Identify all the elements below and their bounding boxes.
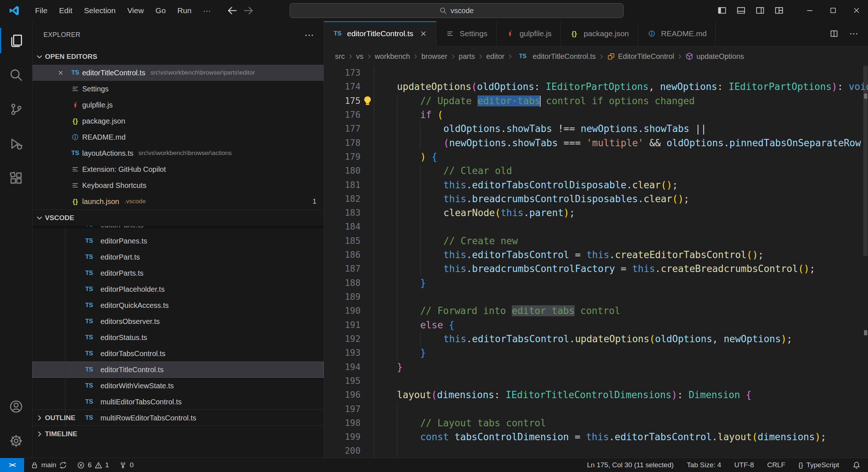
tree-item[interactable]: TSeditorParts.ts (33, 265, 324, 281)
close-editor-button[interactable] (53, 65, 68, 81)
tab-gulpfile-js[interactable]: gulpfile.js (496, 21, 561, 46)
breadcrumb-item[interactable]: src (335, 52, 345, 61)
tree-item-partial[interactable]: TSeditorPane.ts (33, 226, 324, 233)
breadcrumb-separator-icon (598, 53, 605, 60)
activity-bar (0, 21, 33, 458)
search-icon (9, 68, 23, 82)
open-editor-item[interactable]: TSeditorTitleControl.tssrc\vs\workbench\… (33, 65, 324, 81)
forwarded-ports-count: 0 (130, 461, 134, 469)
activity-item-accounts[interactable] (0, 389, 32, 424)
command-center-search[interactable]: vscode (290, 3, 624, 18)
split-editor-icon[interactable] (830, 29, 838, 38)
code-line: 181this.editorTabsControlDisposable.clea… (324, 178, 868, 192)
open-editor-item[interactable]: TSlayoutActions.tssrc\vs\workbench\brows… (33, 145, 324, 161)
open-editor-item[interactable]: {}launch.json.vscode1 (33, 193, 324, 209)
status-eol[interactable]: CRLF (767, 461, 785, 469)
remote-indicator[interactable]: >< (0, 458, 24, 472)
close-tab-icon[interactable] (419, 30, 427, 38)
indent-guide (374, 192, 397, 206)
close-button[interactable] (845, 0, 868, 21)
typescript-file-icon: TS (68, 150, 82, 157)
breadcrumb-item[interactable]: TSeditorTitleControl.ts (516, 52, 596, 61)
problems-status[interactable]: 6 1 (77, 461, 109, 469)
chevron-down-icon (35, 214, 43, 222)
status-language-mode[interactable]: {}TypeScript (799, 461, 839, 469)
status-encoding[interactable]: UTF-8 (734, 461, 754, 469)
tree-item[interactable]: TSeditorsObserver.ts (33, 313, 324, 329)
menu-item-file[interactable]: File (29, 4, 53, 18)
tab-readme-md[interactable]: README.md (638, 21, 716, 46)
git-branch-status[interactable]: main (31, 461, 67, 469)
open-editor-item[interactable]: README.md (33, 129, 324, 145)
close-editor-button (53, 161, 68, 177)
notifications-bell-icon[interactable] (852, 461, 861, 469)
activity-item-search[interactable] (0, 58, 32, 92)
maximize-button[interactable] (821, 0, 845, 21)
activity-item-extensions[interactable] (0, 161, 32, 195)
views-and-more-actions-button[interactable]: ⋯ (305, 33, 314, 37)
breadcrumb-item[interactable]: editor (486, 52, 505, 61)
activity-item-source-control[interactable] (0, 92, 32, 127)
project-section-header[interactable]: VSCODE (33, 209, 324, 226)
activity-item-explorer[interactable] (0, 23, 32, 58)
go-forward-icon[interactable] (242, 4, 255, 17)
lightbulb-icon[interactable] (362, 95, 373, 106)
breadcrumb-label: src (335, 52, 345, 61)
go-back-icon[interactable] (226, 4, 239, 17)
sidebar-title: EXPLORER (43, 31, 80, 39)
menu-item-go[interactable]: Go (150, 4, 172, 18)
menu-item-selection[interactable]: Selection (78, 4, 121, 18)
menu-item-view[interactable]: View (121, 4, 149, 18)
activity-item-run-and-debug[interactable] (0, 127, 32, 161)
radio-tower-icon (119, 461, 127, 469)
branch-name: main (41, 461, 56, 469)
line-number: 174 (324, 80, 361, 94)
open-editor-item[interactable]: gulpfile.js (33, 97, 324, 113)
open-editors-section-header[interactable]: OPEN EDITORS (33, 49, 324, 65)
code-editor[interactable]: 173174updateOptions(oldOptions: IEditorP… (324, 66, 868, 458)
status-cursor-position[interactable]: Ln 175, Col 30 (11 selected) (587, 461, 674, 469)
json-file-icon: {} (68, 197, 82, 205)
tab-editortitlecontrol-ts[interactable]: TSeditorTitleControl.ts (324, 21, 437, 46)
breadcrumb-item[interactable]: parts (459, 52, 475, 61)
minimize-button[interactable] (798, 0, 821, 21)
tree-item[interactable]: TSeditorWithViewState.ts (33, 378, 324, 394)
tree-item[interactable]: TSeditorTabsControl.ts (33, 345, 324, 362)
activity-item-manage-settings[interactable] (0, 424, 32, 458)
tab-package-json[interactable]: {}package.json (561, 21, 638, 46)
breadcrumb-item[interactable]: EditorTitleControl (607, 52, 674, 61)
ports-status[interactable]: 0 (119, 461, 134, 469)
tree-item[interactable]: TSeditorStatus.ts (33, 329, 324, 345)
open-editor-item[interactable]: Extension: GitHub Copilot (33, 161, 324, 177)
timeline-section-header[interactable]: TIMELINE (33, 426, 324, 442)
close-icon[interactable] (57, 69, 64, 76)
tree-item[interactable]: TSeditorTitleControl.ts (33, 362, 324, 378)
breadcrumb-item[interactable]: updateOptions (685, 52, 744, 61)
tab-settings[interactable]: Settings (437, 21, 496, 46)
more-actions-button[interactable]: ⋯ (849, 29, 859, 39)
open-editor-item[interactable]: Keyboard Shortcuts (33, 177, 324, 193)
menu-item-edit[interactable]: Edit (53, 4, 78, 18)
code-text: // Forward into editor tabs control (374, 304, 868, 318)
tree-item[interactable]: TSmultiEditorTabsControl.ts (33, 394, 324, 410)
outline-section-header[interactable]: OUTLINE (33, 409, 324, 426)
customize-layout-button[interactable] (769, 0, 788, 21)
tree-item[interactable]: TSeditorPart.ts (33, 249, 324, 265)
breadcrumb-item[interactable]: workbench (375, 52, 410, 61)
breadcrumb-item[interactable]: browser (421, 52, 447, 61)
code-line: 193} (324, 346, 868, 360)
open-editor-item[interactable]: Settings (33, 81, 324, 97)
breadcrumb-item[interactable]: vs (356, 52, 363, 61)
status-indentation[interactable]: Tab Size: 4 (687, 461, 721, 469)
line-number: 181 (324, 178, 361, 192)
toggle-panel-button[interactable] (731, 0, 750, 21)
code-text (374, 374, 868, 388)
menu-item-run[interactable]: Run (172, 4, 198, 18)
toggle-secondary-sidebar-button[interactable] (750, 0, 769, 21)
tree-item[interactable]: TSeditorPanes.ts (33, 233, 324, 249)
menu-overflow-button[interactable]: ··· (197, 4, 217, 18)
open-editor-item[interactable]: {}package.json (33, 113, 324, 129)
tree-item[interactable]: TSeditorPlaceholder.ts (33, 281, 324, 297)
tree-item[interactable]: TSeditorQuickAccess.ts (33, 297, 324, 313)
toggle-primary-sidebar-button[interactable] (712, 0, 731, 21)
